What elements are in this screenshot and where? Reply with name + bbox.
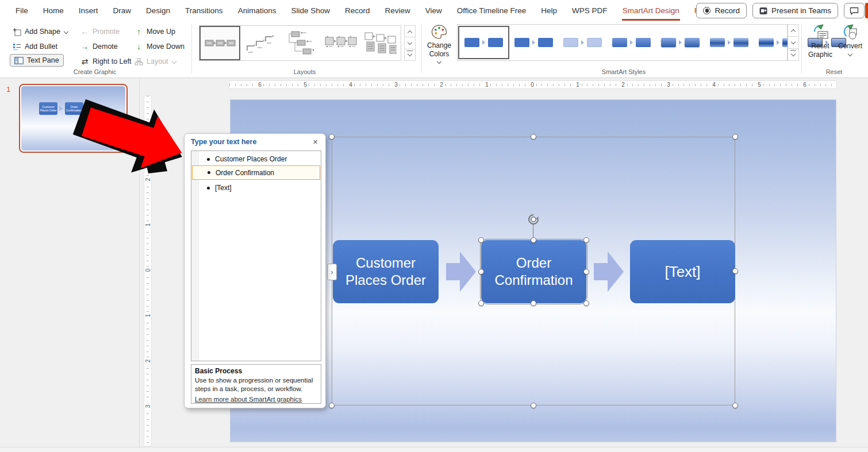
shape-handle-top-right[interactable] bbox=[583, 237, 589, 243]
styles-scroll-down-button[interactable] bbox=[788, 37, 799, 49]
text-pane-item-1[interactable]: Customer Places Order bbox=[192, 152, 320, 166]
smartart-shape-customer-places-order[interactable]: Customer Places Order bbox=[333, 240, 439, 303]
promote-button[interactable]: ← Promote bbox=[80, 25, 120, 38]
tab-smartart-design[interactable]: SmartArt Design bbox=[615, 0, 687, 21]
move-down-button[interactable]: ↓ Move Down bbox=[135, 40, 185, 53]
frame-handle-bottom-left[interactable] bbox=[329, 403, 335, 408]
process-arrow-icon[interactable] bbox=[594, 252, 624, 292]
layouts-group-label: Layouts bbox=[264, 68, 345, 75]
tab-review[interactable]: Review bbox=[378, 0, 418, 21]
layout-icon bbox=[135, 58, 143, 65]
smartart-style-option-5[interactable] bbox=[656, 25, 705, 60]
record-button[interactable]: Record bbox=[696, 3, 747, 18]
text-pane-footer: Basic Process Use to show a progression … bbox=[191, 364, 321, 404]
layouts-more-button[interactable] bbox=[404, 49, 416, 61]
shape-handle-top-center[interactable] bbox=[531, 237, 536, 243]
reset-graphic-button[interactable]: Reset Graphic bbox=[805, 24, 836, 59]
layout-option-2[interactable] bbox=[240, 26, 281, 60]
layout-option-3[interactable] bbox=[281, 26, 321, 60]
layout-description: Use to show a progression or sequential … bbox=[195, 376, 317, 393]
smartart-style-option-2[interactable] bbox=[509, 25, 558, 60]
chevron-down-icon bbox=[791, 52, 796, 57]
smartart-shape-text-placeholder[interactable]: [Text] bbox=[630, 240, 735, 303]
layouts-scroll-down-button[interactable] bbox=[404, 37, 416, 49]
tab-animations[interactable]: Animations bbox=[231, 0, 284, 21]
tab-view[interactable]: View bbox=[418, 0, 450, 21]
move-up-button[interactable]: ↑ Move Up bbox=[135, 25, 175, 38]
styles-scroll-up-button[interactable] bbox=[788, 24, 799, 37]
tab-draw[interactable]: Draw bbox=[106, 0, 139, 21]
shape-handle-mid-left[interactable] bbox=[478, 269, 484, 275]
text-pane-item-3[interactable]: [Text] bbox=[192, 181, 320, 195]
text-pane-toggle-button[interactable]: › bbox=[327, 264, 337, 280]
frame-handle-bottom-center[interactable] bbox=[531, 403, 536, 408]
smartart-style-option-4[interactable] bbox=[607, 25, 656, 60]
tab-help[interactable]: Help bbox=[533, 0, 564, 21]
ruler-number: 0 bbox=[145, 267, 151, 274]
ruler-number: 2 bbox=[620, 82, 626, 88]
add-shape-button[interactable]: Add Shape bbox=[13, 25, 69, 38]
shape-handle-mid-right[interactable] bbox=[583, 269, 589, 275]
process-arrow-icon[interactable] bbox=[446, 252, 476, 292]
present-in-teams-button[interactable]: Present in Teams bbox=[752, 3, 838, 18]
styles-more-button[interactable] bbox=[788, 49, 799, 61]
shape-handle-bottom-center[interactable] bbox=[531, 300, 536, 306]
layout-button[interactable]: Layout bbox=[135, 55, 177, 68]
frame-handle-mid-right[interactable] bbox=[732, 268, 738, 274]
move-up-label: Move Up bbox=[147, 28, 175, 36]
ruler-number: 1 bbox=[575, 82, 581, 88]
shape-handle-bottom-right[interactable] bbox=[583, 300, 589, 306]
text-pane-button[interactable]: Text Pane bbox=[10, 54, 64, 67]
tab-insert[interactable]: Insert bbox=[71, 0, 106, 21]
close-icon[interactable]: × bbox=[310, 136, 320, 147]
chevron-down-icon bbox=[437, 59, 442, 64]
text-pane-list: Customer Places Order Order Confirmation… bbox=[191, 150, 321, 361]
layout-step-process-icon bbox=[246, 33, 275, 53]
smartart-style-option-1[interactable] bbox=[458, 26, 509, 59]
chevron-down-icon bbox=[172, 59, 177, 64]
add-shape-label: Add Shape bbox=[25, 28, 60, 36]
comments-button[interactable] bbox=[844, 3, 865, 18]
tab-record[interactable]: Record bbox=[337, 0, 378, 21]
layout-option-4[interactable] bbox=[321, 26, 361, 60]
present-in-teams-icon bbox=[759, 7, 767, 15]
rotation-handle[interactable] bbox=[527, 213, 540, 226]
change-colors-button[interactable]: Change Colors bbox=[424, 24, 455, 64]
text-pane-item-2-selected[interactable]: Order Confirmation bbox=[192, 165, 320, 180]
frame-handle-top-center[interactable] bbox=[531, 134, 536, 140]
tab-transitions[interactable]: Transitions bbox=[178, 0, 231, 21]
chevron-down-icon bbox=[64, 29, 69, 34]
tab-file[interactable]: File bbox=[8, 0, 36, 21]
tab-office-timeline-free[interactable]: Office Timeline Free bbox=[450, 0, 534, 21]
frame-handle-bottom-right[interactable] bbox=[732, 403, 738, 408]
convert-button[interactable]: Convert bbox=[835, 24, 866, 57]
text-pane-item-label: Customer Places Order bbox=[215, 155, 287, 163]
tab-wps-pdf[interactable]: WPS PDF bbox=[564, 0, 615, 21]
ruler-number: 1 bbox=[145, 312, 151, 319]
shape-handle-top-left[interactable] bbox=[478, 237, 484, 243]
smartart-shape-order-confirmation[interactable]: Order Confirmation bbox=[481, 240, 586, 303]
frame-handle-top-right[interactable] bbox=[732, 134, 738, 140]
layout-option-1-basic-process[interactable] bbox=[199, 26, 240, 60]
tab-design[interactable]: Design bbox=[139, 0, 178, 21]
layouts-scroll-up-button[interactable] bbox=[404, 25, 416, 37]
smartart-style-option-6[interactable] bbox=[705, 25, 754, 60]
bullet-icon bbox=[207, 158, 210, 161]
slide-1-thumbnail-canvas: Customer Places Order Order Confirmation bbox=[21, 86, 125, 150]
shape-handle-bottom-left[interactable] bbox=[478, 300, 484, 306]
cutoff-button-sliver bbox=[865, 3, 868, 18]
learn-more-link[interactable]: Learn more about SmartArt graphics bbox=[195, 396, 302, 403]
slide-1-thumbnail[interactable]: Customer Places Order Order Confirmation bbox=[19, 84, 128, 153]
layout-option-5[interactable] bbox=[361, 26, 400, 60]
add-bullet-button[interactable]: Add Bullet bbox=[13, 40, 57, 53]
tab-home[interactable]: Home bbox=[36, 0, 71, 21]
frame-handle-top-left[interactable] bbox=[329, 134, 335, 140]
chevron-up-icon bbox=[791, 28, 796, 33]
smartart-style-option-3[interactable] bbox=[558, 25, 607, 60]
demote-button[interactable]: → Demote bbox=[80, 40, 118, 53]
right-to-left-button[interactable]: ⇄ Right to Left bbox=[80, 55, 131, 68]
smartart-text-pane: Type your text here × Customer Places Or… bbox=[184, 133, 326, 408]
present-in-teams-label: Present in Teams bbox=[771, 6, 831, 15]
tab-slide-show[interactable]: Slide Show bbox=[283, 0, 337, 21]
bullet-icon bbox=[207, 187, 210, 190]
